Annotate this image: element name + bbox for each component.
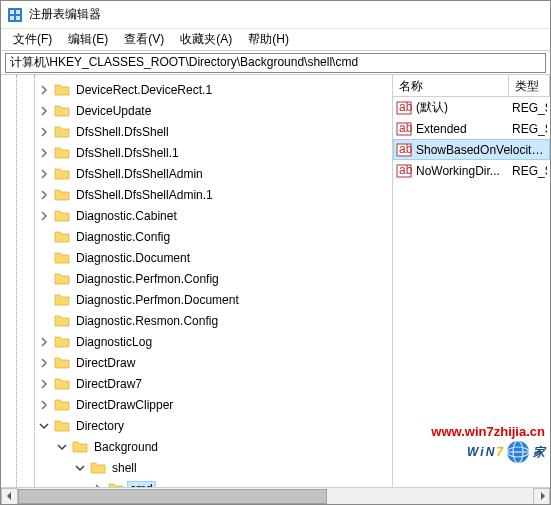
tree-item[interactable]: Diagnostic.Perfmon.Document — [1, 289, 392, 310]
svg-rect-1 — [10, 10, 14, 14]
tree-item-label: DirectDraw — [73, 356, 138, 370]
value-type: REG_SZ — [512, 164, 547, 178]
chevron-right-icon[interactable] — [37, 125, 51, 139]
main-area: DeviceRect.DeviceRect.1DeviceUpdateDfsSh… — [1, 75, 550, 487]
tree-item-label: DfsShell.DfsShellAdmin — [73, 167, 206, 181]
folder-icon — [54, 397, 70, 413]
folder-icon — [54, 418, 70, 434]
tree-item-label: DfsShell.DfsShellAdmin.1 — [73, 188, 216, 202]
tree-item[interactable]: DfsShell.DfsShellAdmin — [1, 163, 392, 184]
tree-item[interactable]: DfsShell.DfsShell — [1, 121, 392, 142]
list-row[interactable]: abShowBasedOnVelocityId — [393, 139, 550, 160]
chevron-down-icon[interactable] — [73, 461, 87, 475]
tree-item[interactable]: Diagnostic.Perfmon.Config — [1, 268, 392, 289]
tree-item-label: Background — [91, 440, 161, 454]
string-value-icon: ab — [396, 121, 412, 137]
folder-icon — [54, 208, 70, 224]
svg-text:ab: ab — [399, 163, 412, 177]
list-row[interactable]: abExtendedREG_SZ — [393, 118, 550, 139]
folder-icon — [54, 271, 70, 287]
folder-icon — [54, 103, 70, 119]
tree-item-label: Diagnostic.Resmon.Config — [73, 314, 221, 328]
tree-item-label: Diagnostic.Cabinet — [73, 209, 180, 223]
string-value-icon: ab — [396, 100, 412, 116]
horizontal-scrollbar[interactable] — [1, 487, 550, 504]
folder-icon — [90, 460, 106, 476]
tree-item-label: DfsShell.DfsShell — [73, 125, 172, 139]
tree-item[interactable]: DeviceUpdate — [1, 100, 392, 121]
tree-item-label: DeviceRect.DeviceRect.1 — [73, 83, 215, 97]
string-value-icon: ab — [396, 163, 412, 179]
svg-text:ab: ab — [399, 100, 412, 114]
list-pane: 名称 类型 ab(默认)REG_SZabExtendedREG_SZabShow… — [393, 75, 550, 487]
value-name: (默认) — [416, 99, 512, 116]
menu-edit[interactable]: 编辑(E) — [60, 29, 116, 50]
tree-item-label: DirectDraw7 — [73, 377, 145, 391]
tree-item-label: Diagnostic.Document — [73, 251, 193, 265]
scroll-right-button[interactable] — [533, 488, 550, 505]
value-type: REG_SZ — [512, 122, 547, 136]
scroll-track[interactable] — [18, 488, 533, 505]
title-bar: 注册表编辑器 — [1, 1, 550, 29]
svg-rect-2 — [16, 10, 20, 14]
tree-item[interactable]: Directory — [1, 415, 392, 436]
chevron-right-icon[interactable] — [37, 209, 51, 223]
tree-pane[interactable]: DeviceRect.DeviceRect.1DeviceUpdateDfsSh… — [1, 75, 393, 487]
address-input[interactable] — [5, 53, 546, 73]
list-header: 名称 类型 — [393, 75, 550, 97]
chevron-right-icon[interactable] — [37, 377, 51, 391]
value-name: ShowBasedOnVelocityId — [416, 143, 547, 157]
tree-item[interactable]: DirectDraw7 — [1, 373, 392, 394]
chevron-right-icon[interactable] — [37, 188, 51, 202]
folder-icon — [54, 124, 70, 140]
scroll-left-button[interactable] — [1, 488, 18, 505]
folder-icon — [54, 376, 70, 392]
tree-item-label: Directory — [73, 419, 127, 433]
scroll-thumb[interactable] — [18, 489, 327, 504]
chevron-down-icon[interactable] — [55, 440, 69, 454]
folder-icon — [54, 355, 70, 371]
svg-rect-3 — [10, 16, 14, 20]
menu-view[interactable]: 查看(V) — [116, 29, 172, 50]
svg-text:ab: ab — [399, 121, 412, 135]
col-header-name[interactable]: 名称 — [393, 75, 509, 96]
list-body[interactable]: ab(默认)REG_SZabExtendedREG_SZabShowBasedO… — [393, 97, 550, 487]
tree-item[interactable]: Background — [1, 436, 392, 457]
col-header-type[interactable]: 类型 — [509, 75, 550, 96]
folder-icon — [54, 82, 70, 98]
tree-item[interactable]: Diagnostic.Resmon.Config — [1, 310, 392, 331]
tree-item[interactable]: DeviceRect.DeviceRect.1 — [1, 79, 392, 100]
chevron-right-icon[interactable] — [91, 482, 105, 488]
chevron-right-icon[interactable] — [37, 398, 51, 412]
tree-item-label: shell — [109, 461, 140, 475]
tree-item[interactable]: DirectDrawClipper — [1, 394, 392, 415]
value-type: REG_SZ — [512, 101, 547, 115]
list-row[interactable]: abNoWorkingDir...REG_SZ — [393, 160, 550, 181]
folder-icon — [108, 481, 124, 488]
tree-item[interactable]: DfsShell.DfsShellAdmin.1 — [1, 184, 392, 205]
menu-favorites[interactable]: 收藏夹(A) — [172, 29, 240, 50]
value-name: NoWorkingDir... — [416, 164, 512, 178]
chevron-right-icon[interactable] — [37, 83, 51, 97]
menu-file[interactable]: 文件(F) — [5, 29, 60, 50]
tree-item[interactable]: cmd — [1, 478, 392, 487]
chevron-right-icon[interactable] — [37, 146, 51, 160]
menu-help[interactable]: 帮助(H) — [240, 29, 297, 50]
chevron-right-icon[interactable] — [37, 104, 51, 118]
tree-item[interactable]: DirectDraw — [1, 352, 392, 373]
tree-item-label: DirectDrawClipper — [73, 398, 176, 412]
chevron-down-icon[interactable] — [37, 419, 51, 433]
tree-item[interactable]: DfsShell.DfsShell.1 — [1, 142, 392, 163]
tree-item[interactable]: Diagnostic.Cabinet — [1, 205, 392, 226]
tree-item[interactable]: shell — [1, 457, 392, 478]
list-row[interactable]: ab(默认)REG_SZ — [393, 97, 550, 118]
tree-item[interactable]: Diagnostic.Config — [1, 226, 392, 247]
tree-item[interactable]: DiagnosticLog — [1, 331, 392, 352]
folder-icon — [54, 313, 70, 329]
chevron-right-icon[interactable] — [37, 335, 51, 349]
tree-item-label: Diagnostic.Perfmon.Config — [73, 272, 222, 286]
chevron-right-icon[interactable] — [37, 356, 51, 370]
tree-item[interactable]: Diagnostic.Document — [1, 247, 392, 268]
tree-item-label: Diagnostic.Perfmon.Document — [73, 293, 242, 307]
chevron-right-icon[interactable] — [37, 167, 51, 181]
